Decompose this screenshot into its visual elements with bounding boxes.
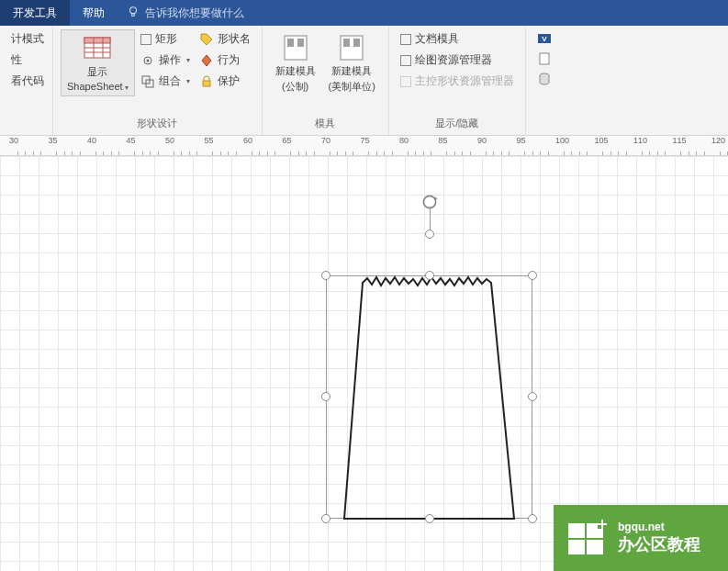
properties-button[interactable]: 性 xyxy=(7,50,48,70)
watermark-name: 办公区教程 xyxy=(618,533,700,555)
tell-me-search[interactable]: 告诉我你想要做什么 xyxy=(118,0,253,26)
shape-name-button[interactable]: 形状名 xyxy=(196,29,254,49)
gear-icon xyxy=(140,53,155,68)
lock-icon xyxy=(199,74,214,89)
ribbon-group-stencil: 新建模具 (公制) 新建模具 (美制单位) 模具 xyxy=(263,26,389,135)
operation-button[interactable]: 操作▾ xyxy=(137,50,194,70)
protect-button[interactable]: 保护 xyxy=(196,72,254,91)
database-icon xyxy=(537,72,552,86)
resize-handle-n[interactable] xyxy=(425,271,434,280)
checkbox-icon xyxy=(400,55,411,66)
design-mode-button[interactable]: 计模式 xyxy=(7,29,48,49)
show-hide-label: 显示/隐藏 xyxy=(397,114,518,135)
ribbon-group-mode: 计模式 性 看代码 xyxy=(0,26,53,135)
stencil-icon xyxy=(337,33,366,62)
resize-handle-nw[interactable] xyxy=(321,271,330,280)
db-icon-button[interactable] xyxy=(533,70,555,88)
svg-rect-1 xyxy=(132,13,135,16)
page-icon xyxy=(537,51,552,66)
watermark: bgqu.net 办公区教程 xyxy=(554,505,728,571)
tab-bar: 开发工具 帮助 告诉我你想要做什么 xyxy=(0,0,728,26)
checkbox-icon xyxy=(140,34,151,45)
page-icon-button[interactable] xyxy=(533,50,555,68)
checkbox-icon xyxy=(400,76,411,87)
show-shapesheet-button[interactable]: 显示 ShapeSheet▾ xyxy=(61,29,135,96)
stencil-label: 模具 xyxy=(270,114,381,135)
ribbon-group-show-hide: 文档模具 绘图资源管理器 主控形状资源管理器 显示/隐藏 xyxy=(389,26,526,135)
doc-stencil-checkbox[interactable]: 文档模具 xyxy=(397,29,518,49)
svg-point-0 xyxy=(130,6,137,13)
resize-handle-top[interactable] xyxy=(425,230,434,239)
group-label xyxy=(7,128,45,135)
view-code-button[interactable]: 看代码 xyxy=(7,72,48,91)
svg-rect-14 xyxy=(287,39,294,47)
new-stencil-us-button[interactable]: 新建模具 (美制单位) xyxy=(323,29,381,97)
office-logo-icon xyxy=(565,516,609,560)
visio-icon: V xyxy=(537,31,552,46)
svg-point-9 xyxy=(146,59,149,62)
master-explorer-checkbox: 主控形状资源管理器 xyxy=(397,72,518,91)
custom-shape[interactable] xyxy=(335,275,523,523)
watermark-url: bgqu.net xyxy=(618,521,700,533)
tab-dev-tools[interactable]: 开发工具 xyxy=(0,0,70,26)
visio-icon-button[interactable]: V xyxy=(533,29,555,48)
behavior-button[interactable]: 行为 xyxy=(196,50,254,70)
ribbon-group-right: V xyxy=(526,26,563,135)
svg-text:V: V xyxy=(542,35,547,43)
stencil-icon xyxy=(281,33,310,62)
resize-handle-se[interactable] xyxy=(528,514,537,523)
canvas-area[interactable]: bgqu.net 办公区教程 xyxy=(0,156,728,571)
combine-icon xyxy=(140,74,155,89)
tab-help[interactable]: 帮助 xyxy=(70,0,118,26)
svg-rect-27 xyxy=(587,540,603,554)
drawing-explorer-checkbox[interactable]: 绘图资源管理器 xyxy=(397,50,518,70)
svg-rect-21 xyxy=(540,53,549,64)
new-stencil-metric-button[interactable]: 新建模具 (公制) xyxy=(270,29,321,97)
resize-handle-ne[interactable] xyxy=(528,271,537,280)
svg-rect-26 xyxy=(568,540,585,554)
ribbon: 计模式 性 看代码 显示 ShapeSheet▾ 矩形 xyxy=(0,26,728,136)
combine-button[interactable]: 组合▾ xyxy=(137,72,194,91)
shape-selection[interactable] xyxy=(326,234,532,519)
resize-handle-e[interactable] xyxy=(528,392,537,401)
horizontal-ruler: 3035404550556065707580859095100105110115… xyxy=(0,136,728,156)
resize-handle-s[interactable] xyxy=(425,514,434,523)
resize-handle-w[interactable] xyxy=(321,392,330,401)
tell-me-label: 告诉我你想要做什么 xyxy=(145,6,244,21)
rect-button[interactable]: 矩形 xyxy=(137,29,194,49)
spreadsheet-icon xyxy=(83,34,112,63)
diamond-icon xyxy=(199,53,214,68)
svg-rect-15 xyxy=(297,39,304,47)
checkbox-icon xyxy=(400,34,411,45)
svg-rect-12 xyxy=(203,81,210,86)
show-label: 显示 xyxy=(87,65,107,79)
bulb-icon xyxy=(127,6,140,21)
svg-rect-17 xyxy=(343,39,350,47)
shapesheet-label: ShapeSheet▾ xyxy=(67,81,129,92)
tag-icon xyxy=(199,32,214,47)
shape-design-label: 形状设计 xyxy=(61,114,254,135)
ribbon-group-shape-design: 显示 ShapeSheet▾ 矩形 操作▾ xyxy=(53,26,263,135)
svg-rect-3 xyxy=(84,38,110,43)
svg-rect-24 xyxy=(568,523,585,538)
svg-rect-18 xyxy=(353,39,360,47)
resize-handle-sw[interactable] xyxy=(321,514,330,523)
